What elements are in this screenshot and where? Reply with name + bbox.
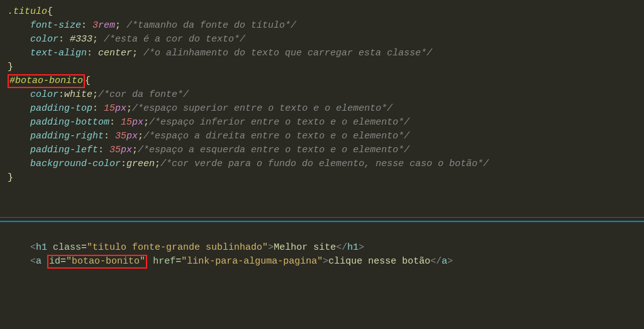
highlight-attr: id="botao-bonito" [47, 255, 147, 269]
code-line: padding-top: 15px;/*espaço superior entr… [8, 102, 636, 116]
code-line: text-align: center; /*o alinhamento do t… [8, 47, 636, 60]
css-pane[interactable]: .titulo{ font-size: 3rem; /*tamanho da f… [0, 0, 644, 217]
code-line: padding-right: 35px;/*espaço a direita e… [8, 130, 636, 143]
html-pane[interactable]: <h1 class="titulo fonte-grande sublinhad… [0, 222, 644, 269]
code-line: <a id="botao-bonito" href="link-para-alg… [8, 255, 636, 269]
code-line: padding-bottom: 15px;/*espaço inferior e… [8, 116, 636, 130]
pane-separator[interactable] [0, 217, 644, 222]
highlight-selector: #botao-bonito [8, 74, 85, 88]
code-line: padding-left: 35px;/*espaço a esquerda e… [8, 143, 636, 157]
code-line: } [8, 60, 636, 74]
code-line: } [8, 171, 636, 185]
code-line: background-color:green;/*cor verde para … [8, 157, 636, 171]
code-line: font-size: 3rem; /*tamanho da fonte do t… [8, 19, 636, 33]
code-line: <h1 class="titulo fonte-grande sublinhad… [8, 241, 636, 255]
selector: .titulo [8, 6, 47, 17]
code-line: .titulo{ [8, 5, 636, 19]
code-line: #botao-bonito{ [8, 74, 636, 88]
code-line: color: #333; /*esta é a cor do texto*/ [8, 33, 636, 47]
code-line: color:white;/*cor da fonte*/ [8, 88, 636, 102]
code-editor: .titulo{ font-size: 3rem; /*tamanho da f… [0, 0, 644, 329]
